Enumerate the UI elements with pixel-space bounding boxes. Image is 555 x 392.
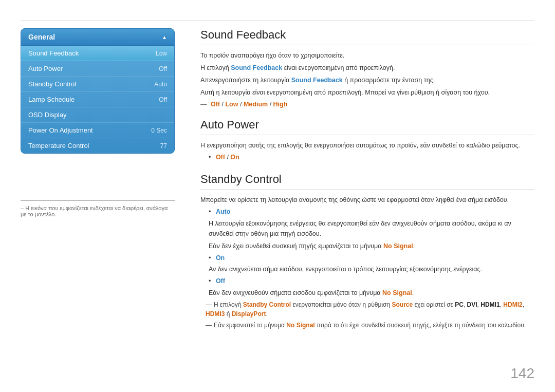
sf-options: — Off / Low / Medium / High bbox=[200, 101, 534, 108]
section-sound-feedback: Sound Feedback Το προϊόν αναπαράγει ήχο … bbox=[200, 28, 534, 108]
sidebar-item-label-3: Lamp Schedule bbox=[28, 96, 75, 103]
sidebar-item-1[interactable]: Auto PowerOff bbox=[21, 61, 174, 77]
sidebar-item-label-6: Temperature Control bbox=[28, 142, 89, 150]
sidebar-note: – Η εικόνα που εμφανίζεται ενδέχεται να … bbox=[21, 200, 175, 217]
sidebar-item-label-2: Standby Control bbox=[28, 80, 76, 88]
arrow-up-icon: ▲ bbox=[162, 34, 167, 40]
sidebar-item-0[interactable]: Sound FeedbackLow bbox=[21, 46, 174, 61]
section-title-auto-power: Auto Power bbox=[200, 118, 534, 135]
main-content: Sound Feedback Το προϊόν αναπαράγει ήχο … bbox=[200, 28, 534, 371]
sc-note2: —Εάν εμφανιστεί το μήνυμα No Signal παρά… bbox=[206, 321, 534, 330]
ap-bullet: Off / On bbox=[209, 153, 534, 162]
section-auto-power: Auto Power Η ενεργοποίηση αυτής της επιλ… bbox=[200, 118, 534, 162]
sc-bullet-off: Off bbox=[209, 276, 534, 286]
sc-auto-text: Η λειτουργία εξοικονόμησης ενέργειας θα … bbox=[209, 218, 534, 239]
sc-off-text: Εάν δεν ανιχνευθούν σήματα εισόδου εμφαν… bbox=[209, 288, 534, 298]
sc-intro: Μπορείτε να ορίσετε τη λειτουργία αναμον… bbox=[200, 195, 534, 205]
sidebar-item-value-5: 0 Sec bbox=[151, 127, 167, 134]
sidebar-item-3[interactable]: Lamp ScheduleOff bbox=[21, 92, 174, 107]
sidebar-item-2[interactable]: Standby ControlAuto bbox=[21, 77, 174, 92]
ap-para1: Η ενεργοποίηση αυτής της επιλογής θα ενε… bbox=[200, 140, 534, 151]
section-title-standby-control: Standby Control bbox=[200, 173, 534, 190]
sf-para2: Η επιλογή Sound Feedback είναι ενεργοποι… bbox=[200, 63, 534, 73]
sidebar-item-label-5: Power On Adjustment bbox=[28, 126, 93, 134]
sc-note1: —Η επιλογή Standby Control ενεργοποιείτα… bbox=[206, 300, 534, 319]
section-title-sound-feedback: Sound Feedback bbox=[200, 28, 534, 45]
sidebar-note-divider bbox=[21, 200, 175, 201]
sidebar-panel: General ▲ Sound FeedbackLowAuto PowerOff… bbox=[21, 28, 175, 154]
sf-para1: Το προϊόν αναπαράγει ήχο όταν το χρησιμο… bbox=[200, 50, 534, 61]
sf-para4: Αυτή η λειτουργία είναι ενεργοποιημένη α… bbox=[200, 87, 534, 98]
sidebar-item-label-0: Sound Feedback bbox=[28, 49, 79, 57]
sidebar-item-label-1: Auto Power bbox=[28, 65, 63, 72]
section-standby-control: Standby Control Μπορείτε να ορίσετε τη λ… bbox=[200, 173, 534, 330]
top-divider bbox=[21, 21, 534, 21]
sidebar-item-value-3: Off bbox=[159, 96, 167, 103]
sidebar: General ▲ Sound FeedbackLowAuto PowerOff… bbox=[21, 28, 175, 154]
sidebar-item-label-4: OSD Display bbox=[28, 111, 66, 119]
sidebar-item-4[interactable]: OSD Display bbox=[21, 107, 174, 123]
page-number: 142 bbox=[510, 365, 534, 382]
sc-bullet-auto: Auto bbox=[209, 207, 534, 217]
sidebar-item-value-2: Auto bbox=[154, 81, 167, 88]
sidebar-item-value-6: 77 bbox=[160, 142, 167, 150]
sidebar-item-value-0: Low bbox=[156, 50, 167, 57]
sidebar-note-text: – Η εικόνα που εμφανίζεται ενδέχεται να … bbox=[21, 205, 175, 217]
sc-auto-note: Εάν δεν έχει συνδεθεί συσκευή πηγής εμφα… bbox=[209, 241, 534, 251]
sidebar-header: General ▲ bbox=[21, 29, 174, 46]
sidebar-item-5[interactable]: Power On Adjustment0 Sec bbox=[21, 123, 174, 138]
sidebar-item-6[interactable]: Temperature Control77 bbox=[21, 138, 174, 153]
sf-para3: Απενεργοποιήστε τη λειτουργία Sound Feed… bbox=[200, 75, 534, 85]
sidebar-title: General bbox=[28, 33, 55, 41]
sidebar-item-value-1: Off bbox=[159, 65, 167, 72]
sc-on-text: Αν δεν ανιχνεύεται σήμα εισόδου, ενεργοπ… bbox=[209, 264, 534, 274]
sc-bullet-on: On bbox=[209, 253, 534, 263]
